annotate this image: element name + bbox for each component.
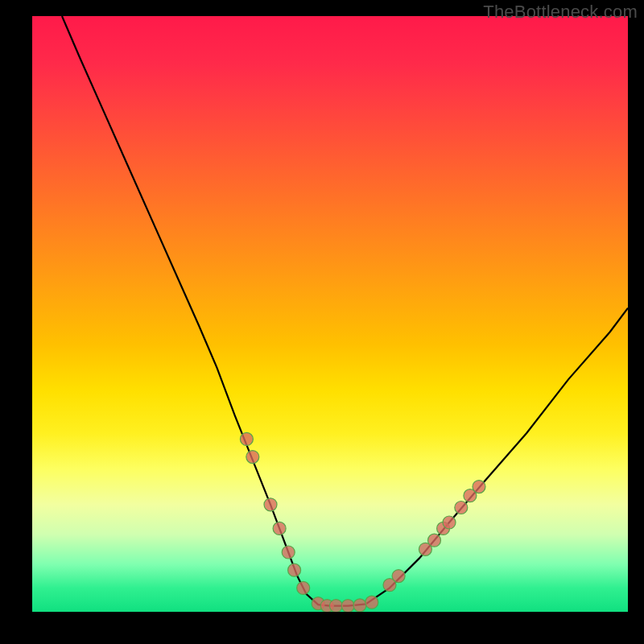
chart-frame: TheBottleneck.com xyxy=(0,0,644,644)
watermark-text: TheBottleneck.com xyxy=(483,2,638,23)
data-marker xyxy=(428,534,441,547)
data-marker xyxy=(473,481,485,493)
chart-overlay xyxy=(32,16,628,612)
data-marker xyxy=(392,570,405,583)
data-marker xyxy=(282,546,295,559)
data-marker xyxy=(297,581,310,594)
data-marker xyxy=(443,516,456,529)
marker-group xyxy=(240,432,485,612)
data-marker xyxy=(240,432,253,445)
data-marker xyxy=(365,596,378,609)
data-marker xyxy=(329,600,342,612)
data-marker xyxy=(455,502,468,514)
data-marker xyxy=(246,451,259,464)
data-marker xyxy=(264,498,277,511)
data-marker xyxy=(353,599,366,612)
data-marker xyxy=(273,522,286,535)
bottleneck-curve xyxy=(62,16,628,606)
data-marker xyxy=(341,600,354,612)
data-marker xyxy=(288,564,301,576)
